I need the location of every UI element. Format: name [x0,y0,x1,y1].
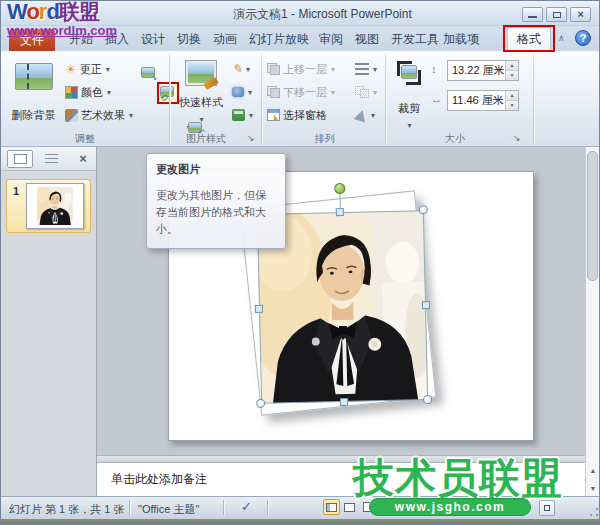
tab-design[interactable]: 设计 [141,31,165,48]
desktop-edge [1,519,600,525]
change-picture-swap-arrow-icon: ⟲ [159,94,167,102]
artistic-effects-button[interactable]: 艺术效果 [65,105,133,125]
tab-home[interactable]: 开始 [69,31,93,48]
picture-layout-button[interactable] [232,105,253,125]
fit-to-window-button[interactable] [539,500,555,516]
tab-developer[interactable]: 开发工具 [391,31,439,48]
normal-view-icon [326,503,337,512]
arrange-group-label: 排列 [265,132,385,146]
resize-grip[interactable] [589,507,599,517]
bring-forward-icon [267,63,280,75]
tab-slideshow[interactable]: 幻灯片放映 [249,31,309,48]
tab-file[interactable]: 文件 [9,29,55,51]
outline-tab-icon [45,154,58,164]
slide-sorter-icon [344,503,355,512]
handle-top-middle[interactable] [336,208,344,216]
slides-panel: × 1 [1,147,97,496]
normal-view-button[interactable] [323,499,340,515]
crop-button[interactable]: 裁剪 [391,56,427,130]
quick-access-dropdown-icon[interactable]: ▾ [85,9,89,18]
rotate-button[interactable] [355,105,375,125]
outline-tab[interactable] [39,150,65,168]
width-value[interactable]: 11.46 厘米 [448,93,505,108]
picture-border-button[interactable]: ✎ [232,59,250,79]
tab-view[interactable]: 视图 [355,31,379,48]
collapse-ribbon-icon[interactable]: ∧ [558,33,565,43]
tab-transitions[interactable]: 切换 [177,31,201,48]
spellcheck-icon[interactable]: ✓ [241,499,252,514]
tooltip-title: 更改图片 [156,162,276,177]
statusbar-divider [129,500,130,515]
title-bar: 演示文稿1 - Microsoft PowerPoint ▾ × [1,1,600,26]
quick-styles-button[interactable]: 快速样式 [176,56,226,130]
minimize-button[interactable] [522,7,543,22]
align-button[interactable] [355,59,377,79]
shape-height-icon: ↕ [431,63,437,75]
tooltip-body: 更改为其他图片，但保存当前图片的格式和大小。 [156,187,276,238]
scrollbar-thumb[interactable] [587,151,598,281]
tab-insert[interactable]: 插入 [105,31,129,48]
color-button[interactable]: 颜色 [65,82,111,102]
adjust-group-label: 调整 [5,132,165,146]
corrections-button[interactable]: ☀ 更正 [65,59,110,79]
remove-background-button[interactable]: 删除背景 [5,56,62,130]
remove-background-icon [15,63,53,90]
minimize-icon [528,16,537,18]
tab-addins[interactable]: 加载项 [443,31,479,48]
slide-sorter-view-button[interactable] [341,499,358,515]
picture-styles-group-label: 图片样式 [171,132,241,146]
group-divider [533,55,534,143]
ribbon: 删除背景 ☀ 更正 颜色 艺术效果 ↘ ⟲ ↶ 调整 [1,51,600,147]
notes-splitter[interactable] [97,455,585,463]
shape-width-icon: ↔ [431,93,442,105]
slide-counter: 幻灯片 第 1 张，共 1 张 [9,502,125,517]
quick-styles-icon [186,61,216,85]
group-objects-icon [355,86,369,98]
bring-forward-button[interactable]: 上移一层 [267,59,335,79]
thumbnail-portrait [37,187,73,225]
corrections-sun-icon: ☀ [65,63,77,76]
change-picture-tooltip: 更改图片 更改为其他图片，但保存当前图片的格式和大小。 [146,153,286,249]
picture-styles-dialog-launcher[interactable]: ↘ [247,133,255,143]
theme-name[interactable]: "Office 主题" [138,502,199,517]
send-backward-button[interactable]: 下移一层 [267,82,335,102]
notes-pane[interactable]: 单击此处添加备注 [97,463,585,496]
panel-tabs: × [1,147,96,171]
width-spinner[interactable]: ▲▼ [505,91,518,110]
size-dialog-launcher[interactable]: ↘ [513,133,521,143]
picture-effects-icon [232,87,244,97]
close-button[interactable]: × [570,7,591,22]
tab-animations[interactable]: 动画 [213,31,237,48]
handle-middle-right[interactable] [422,301,430,309]
restore-icon [553,12,561,18]
help-button[interactable]: ? [575,30,591,46]
height-spinner[interactable]: ▲▼ [505,61,518,80]
height-value[interactable]: 13.22 厘米 [448,63,505,78]
artistic-effects-brush-icon [65,109,78,122]
panel-close-icon[interactable]: × [73,149,93,169]
statusbar-divider [267,500,268,515]
picture-effects-button[interactable] [232,82,252,102]
picture-border-pencil-icon: ✎ [232,63,242,75]
slides-tab[interactable] [7,150,33,168]
group-divider [261,55,262,143]
powerpoint-window: 演示文稿1 - Microsoft PowerPoint ▾ × Word联盟 … [0,0,600,525]
group-divider [169,55,170,143]
notes-scroll-up-icon[interactable]: ▲ [587,465,599,477]
group-button[interactable] [355,82,377,102]
send-backward-icon [267,86,280,98]
handle-middle-left[interactable] [255,305,263,313]
compress-picture-button[interactable]: ↘ [139,64,157,82]
notes-scroll-down-icon[interactable]: ▼ [587,483,599,495]
shape-height-input[interactable]: 13.22 厘米 ▲▼ [447,60,519,81]
slides-tab-icon [14,154,27,164]
shape-width-input[interactable]: 11.46 厘米 ▲▼ [447,90,519,111]
format-tab-highlight-box [503,25,555,52]
selection-pane-button[interactable]: 选择窗格 [267,105,327,125]
handle-bottom-middle[interactable] [340,398,348,406]
size-group-label: 大小 [391,132,519,146]
tab-review[interactable]: 审阅 [319,31,343,48]
restore-button[interactable] [546,7,567,22]
window-title: 演示文稿1 - Microsoft PowerPoint [233,6,412,23]
slide-1-thumbnail[interactable] [26,183,84,229]
